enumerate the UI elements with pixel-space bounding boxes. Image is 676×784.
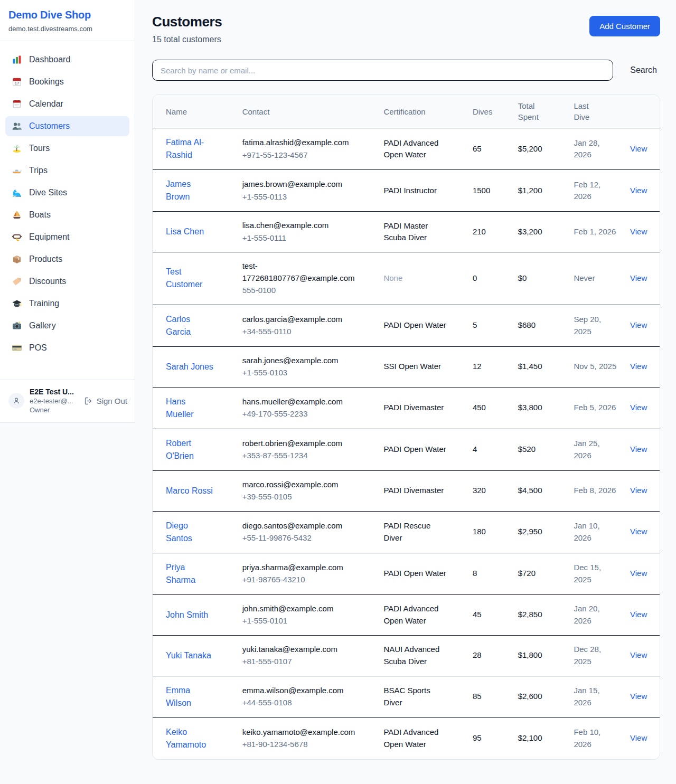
view-link[interactable]: View	[630, 403, 647, 412]
customer-name-link[interactable]: Test Customer	[166, 266, 214, 291]
view-link[interactable]: View	[630, 610, 647, 619]
customer-dives: 65	[473, 128, 518, 170]
customer-phone: +49-170-555-2233	[242, 408, 367, 420]
customer-contact: robert.obrien@example.com +353-87-555-12…	[242, 438, 367, 462]
page-title: Customers	[152, 14, 222, 30]
view-link[interactable]: View	[630, 650, 647, 659]
view-link[interactable]: View	[630, 733, 647, 742]
customer-phone: +34-555-0110	[242, 326, 367, 338]
sidebar-item-pos[interactable]: POS	[5, 338, 129, 358]
sidebar-item-label: Equipment	[29, 232, 70, 242]
customer-dives: 1500	[473, 170, 518, 212]
sidebar-item-label: POS	[29, 343, 47, 353]
customer-contact: fatima.alrashid@example.com +971-55-123-…	[242, 137, 367, 161]
customer-certification: PADI Divemaster	[383, 402, 449, 414]
table-row: Marco Rossi marco.rossi@example.com +39-…	[153, 470, 660, 511]
view-link[interactable]: View	[630, 227, 647, 236]
user-info: E2E Test U... e2e-tester@... Owner	[30, 388, 74, 414]
customer-name-link[interactable]: Carlos Garcia	[166, 313, 214, 338]
customer-name-link[interactable]: Marco Rossi	[166, 485, 213, 497]
customer-email: lisa.chen@example.com	[242, 220, 367, 232]
customer-name-link[interactable]: Hans Mueller	[166, 395, 214, 421]
customer-name-link[interactable]: Fatima Al-Rashid	[166, 136, 214, 162]
sidebar-item-bookings[interactable]: 17 Bookings	[5, 72, 129, 92]
customer-name-link[interactable]: Robert O'Brien	[166, 437, 214, 462]
customer-email: priya.sharma@example.com	[242, 562, 367, 574]
customer-total-spent: $720	[518, 553, 574, 594]
sidebar-item-products[interactable]: Products	[5, 249, 129, 269]
view-link[interactable]: View	[630, 320, 647, 329]
view-link[interactable]: View	[630, 273, 647, 282]
customer-phone: +81-555-0107	[242, 656, 367, 668]
customer-contact: yuki.tanaka@example.com +81-555-0107	[242, 644, 367, 668]
customer-name-link[interactable]: Emma Wilson	[166, 684, 214, 710]
sidebar-item-training[interactable]: Training	[5, 294, 129, 314]
customer-email: emma.wilson@example.com	[242, 685, 367, 697]
customer-name-link[interactable]: Diego Santos	[166, 519, 214, 545]
table-row: Sarah Jones sarah.jones@example.com +1-5…	[153, 346, 660, 387]
logout-icon	[84, 396, 93, 405]
view-link[interactable]: View	[630, 186, 647, 195]
view-link[interactable]: View	[630, 445, 647, 454]
customer-certification: SSI Open Water	[383, 361, 449, 373]
customer-certification: PADI Advanced Open Water	[383, 726, 449, 750]
customer-email: john.smith@example.com	[242, 603, 367, 615]
sidebar-item-tours[interactable]: Tours	[5, 138, 129, 158]
sidebar-item-equipment[interactable]: Equipment	[5, 227, 129, 247]
view-link[interactable]: View	[630, 362, 647, 371]
add-customer-button[interactable]: Add Customer	[589, 16, 660, 36]
col-last-dive: Last Dive	[574, 95, 630, 128]
sidebar-item-label: Bookings	[29, 77, 64, 87]
svg-text:17: 17	[15, 81, 19, 86]
customer-contact: sarah.jones@example.com +1-555-0103	[242, 355, 367, 379]
shop-header: Demo Dive Shop demo.test.divestreams.com	[0, 0, 135, 41]
customer-certification: PADI Advanced Open Water	[383, 137, 449, 161]
sidebar-item-dashboard[interactable]: Dashboard	[5, 50, 129, 70]
sign-out-label: Sign Out	[97, 396, 127, 405]
customer-name-link[interactable]: James Brown	[166, 178, 214, 203]
user-email: e2e-tester@...	[30, 397, 74, 405]
customer-certification: PADI Master Scuba Diver	[383, 220, 449, 244]
customer-certification: PADI Open Water	[383, 568, 449, 580]
customer-dives: 0	[473, 252, 518, 305]
search-input[interactable]	[152, 60, 613, 81]
search-button[interactable]: Search	[627, 65, 660, 75]
sidebar-item-boats[interactable]: Boats	[5, 205, 129, 225]
view-link[interactable]: View	[630, 692, 647, 701]
customer-total-spent: $3,200	[518, 212, 574, 252]
customer-phone: +39-555-0105	[242, 491, 367, 503]
customer-last-dive: Feb 1, 2026	[574, 226, 617, 238]
customer-last-dive: Jan 28, 2026	[574, 137, 617, 161]
bar-chart-icon	[12, 54, 22, 65]
view-link[interactable]: View	[630, 144, 647, 153]
customer-name-link[interactable]: Yuki Tanaka	[166, 649, 211, 662]
sidebar-item-label: Gallery	[29, 321, 56, 330]
avatar	[8, 393, 24, 409]
view-link[interactable]: View	[630, 569, 647, 578]
sidebar-item-gallery[interactable]: Gallery	[5, 316, 129, 336]
island-icon	[12, 143, 22, 154]
customer-name-link[interactable]: Keiko Yamamoto	[166, 726, 214, 751]
sidebar-item-dive-sites[interactable]: Dive Sites	[5, 183, 129, 203]
customer-count: 15 total customers	[152, 35, 222, 44]
customer-name-link[interactable]: Lisa Chen	[166, 225, 204, 238]
table-row: Yuki Tanaka yuki.tanaka@example.com +81-…	[153, 635, 660, 676]
customer-last-dive: Feb 10, 2026	[574, 726, 617, 750]
customer-name-link[interactable]: Priya Sharma	[166, 561, 214, 587]
shop-title[interactable]: Demo Dive Shop	[8, 9, 126, 21]
customer-name-link[interactable]: Sarah Jones	[166, 361, 213, 373]
view-link[interactable]: View	[630, 527, 647, 536]
view-link[interactable]: View	[630, 486, 647, 495]
sidebar-item-label: Discounts	[29, 277, 66, 286]
sidebar-item-calendar[interactable]: Calendar	[5, 94, 129, 114]
sidebar-item-discounts[interactable]: Discounts	[5, 271, 129, 291]
customer-phone: +44-555-0108	[242, 697, 367, 709]
sign-out-button[interactable]: Sign Out	[84, 396, 127, 405]
customer-total-spent: $2,600	[518, 676, 574, 717]
sidebar-item-label: Boats	[29, 210, 51, 220]
page-header: Customers 15 total customers Add Custome…	[152, 14, 660, 44]
sidebar-item-trips[interactable]: Trips	[5, 160, 129, 181]
customer-certification: PADI Open Water	[383, 319, 449, 332]
customer-name-link[interactable]: John Smith	[166, 609, 208, 621]
sidebar-item-customers[interactable]: Customers	[5, 116, 129, 136]
